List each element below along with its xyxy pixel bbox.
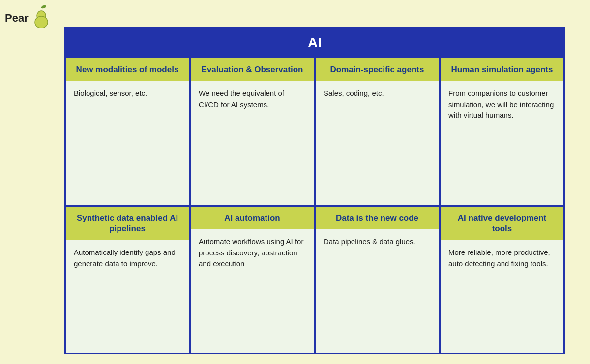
cell-body-0: Biological, sensor, etc.: [66, 81, 189, 205]
cell-header-7: AI native development tools: [441, 207, 563, 240]
grid-cell-1: Evaluation & ObservationWe need the equi…: [190, 57, 315, 206]
grid-cell-7: AI native development toolsMore reliable…: [440, 206, 564, 354]
grid-cell-5: AI automationAutomate workflows using AI…: [190, 206, 315, 354]
grid-cell-2: Domain-specific agentsSales, coding, etc…: [315, 57, 440, 206]
grid-container: New modalities of modelsBiological, sens…: [65, 57, 564, 354]
cell-body-2: Sales, coding, etc.: [316, 81, 439, 205]
cell-header-5: AI automation: [191, 207, 314, 229]
grid-cell-3: Human simulation agentsFrom companions t…: [440, 57, 564, 206]
svg-point-1: [41, 5, 46, 9]
cell-body-5: Automate workflows using AI for process …: [191, 229, 314, 353]
cell-header-2: Domain-specific agents: [316, 58, 439, 81]
ai-header: AI: [65, 28, 564, 57]
main-container: AI New modalities of modelsBiological, s…: [64, 27, 565, 354]
cell-body-1: We need the equivalent of CI/CD for AI s…: [191, 81, 314, 205]
svg-point-3: [35, 16, 48, 28]
cell-header-4: Synthetic data enabled AI pipelines: [66, 207, 189, 240]
cell-body-7: More reliable, more productive, auto det…: [441, 240, 563, 353]
pear-icon: [30, 5, 52, 31]
logo-area: Pear: [5, 5, 52, 31]
logo-text: Pear: [5, 12, 29, 25]
cell-body-3: From companions to customer simulation, …: [441, 81, 563, 205]
cell-header-6: Data is the new code: [316, 207, 439, 229]
cell-header-0: New modalities of models: [66, 58, 189, 81]
cell-header-3: Human simulation agents: [441, 58, 563, 81]
grid-cell-4: Synthetic data enabled AI pipelinesAutom…: [65, 206, 190, 354]
cell-header-1: Evaluation & Observation: [191, 58, 314, 81]
grid-cell-6: Data is the new codeData pipelines & dat…: [315, 206, 440, 354]
cell-body-4: Automatically identify gaps and generate…: [66, 240, 189, 353]
cell-body-6: Data pipelines & data glues.: [316, 229, 439, 353]
grid-cell-0: New modalities of modelsBiological, sens…: [65, 57, 190, 206]
